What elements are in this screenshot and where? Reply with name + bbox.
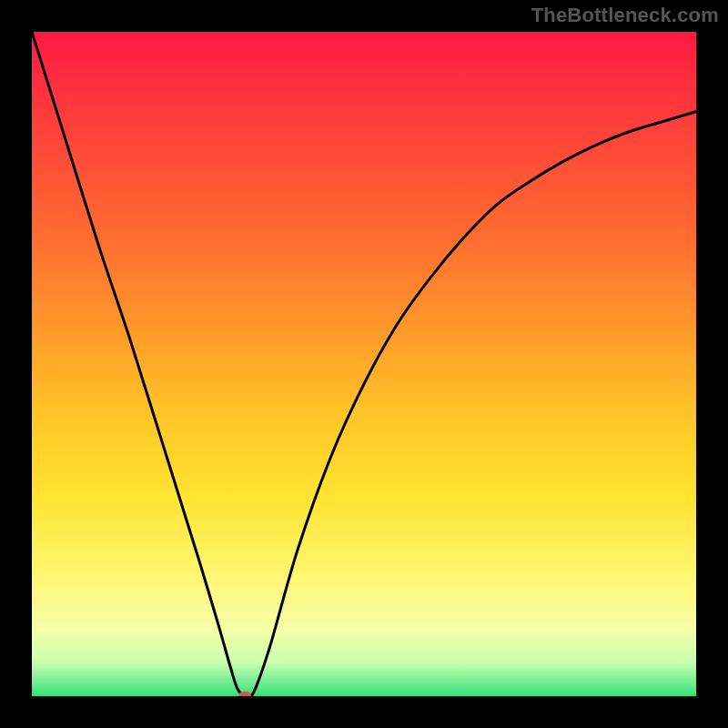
chart-frame: TheBottleneck.com — [0, 0, 728, 728]
optimum-marker — [238, 692, 251, 696]
bottleneck-curve — [32, 32, 696, 696]
watermark-text: TheBottleneck.com — [531, 4, 719, 27]
plot-area — [32, 32, 696, 696]
curve-path — [32, 32, 696, 696]
